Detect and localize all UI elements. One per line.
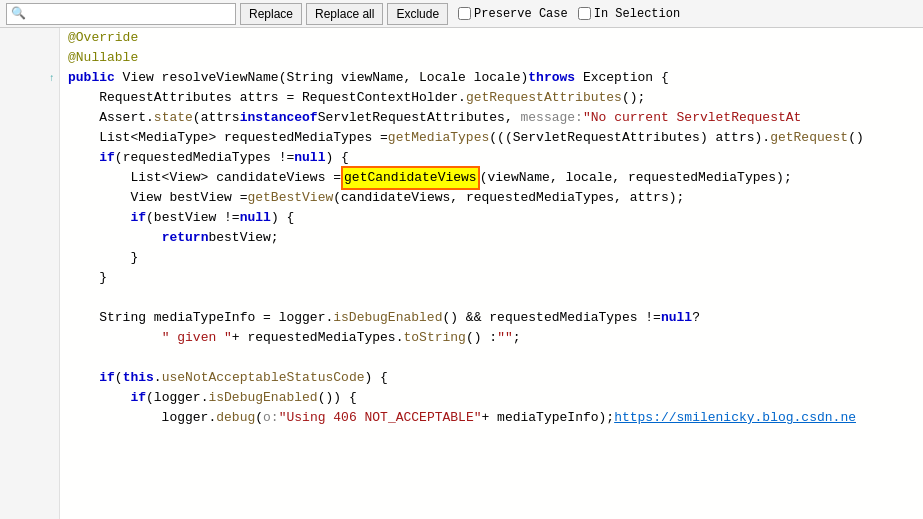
gutter-row [0,428,59,448]
code-line: return bestView; [68,228,923,248]
code-token: View resolveViewName(String viewName, Lo… [115,68,528,88]
code-token: bestView; [208,228,278,248]
gutter-row [0,248,59,268]
code-token: (viewName, locale, requestedMediaTypes); [480,168,792,188]
gutter-row [0,208,59,228]
code-token [68,388,130,408]
code-token: (((ServletRequestAttributes) attrs). [489,128,770,148]
code-line: } [68,268,923,288]
code-token: String mediaTypeInfo = logger. [68,308,333,328]
code-token: List<View> candidateViews = [68,168,341,188]
code-line [68,348,923,368]
code-token: List<MediaType> requestedMediaTypes = [68,128,388,148]
code-token: } [68,268,107,288]
code-line: } [68,248,923,268]
code-token: + mediaTypeInfo); [482,408,615,428]
gutter-row [0,108,59,128]
code-token: () && requestedMediaTypes != [442,308,660,328]
code-line: if (logger.isDebugEnabled()) { [68,388,923,408]
code-token: @Nullable [68,48,138,68]
code-token: Assert. [68,108,154,128]
code-token: message: [521,108,583,128]
code-line: if (requestedMediaTypes != null) { [68,148,923,168]
gutter-row [0,148,59,168]
code-token: " given " [162,328,232,348]
search-input[interactable] [29,6,229,21]
code-token: this [123,368,154,388]
find-replace-toolbar: 🔍 Replace Replace all Exclude Preserve C… [0,0,923,28]
preserve-case-checkbox[interactable] [458,7,471,20]
gutter-row [0,268,59,288]
code-token: toString [403,328,465,348]
code-token: } [68,248,138,268]
gutter-row [0,228,59,248]
code-content[interactable]: @Override @Nullable public View resolveV… [60,28,923,519]
code-token: (logger. [146,388,208,408]
code-token: () : [466,328,497,348]
code-token: isDebugEnabled [333,308,442,328]
code-token: isDebugEnabled [208,388,317,408]
code-line: " given " + requestedMediaTypes.toString… [68,328,923,348]
exclude-button[interactable]: Exclude [387,3,448,25]
in-selection-label: In Selection [594,7,680,21]
code-token [68,208,130,228]
code-token [68,228,162,248]
code-token: . [154,368,162,388]
gutter-row [0,368,59,388]
code-token: getMediaTypes [388,128,489,148]
code-line: String mediaTypeInfo = logger.isDebugEna… [68,308,923,328]
code-token: "" [497,328,513,348]
code-token: null [661,308,692,328]
code-token: ; [513,328,521,348]
code-token: @Override [68,28,138,48]
code-line: @Nullable [68,48,923,68]
code-token: getBestView [247,188,333,208]
code-token: debug [216,408,255,428]
replace-button[interactable]: Replace [240,3,302,25]
match-highlight: getCandidateViews [341,166,480,190]
replace-all-button[interactable]: Replace all [306,3,383,25]
code-token: ( [255,408,263,428]
code-token: (); [622,88,645,108]
up-arrow-icon: ↑ [49,73,55,84]
code-line: View bestView = getBestView(candidateVie… [68,188,923,208]
gutter-row [0,288,59,308]
code-token: instanceof [240,108,318,128]
code-line: @Override [68,28,923,48]
code-line [68,288,923,308]
gutter-row [0,188,59,208]
code-token: if [99,148,115,168]
gutter-row [0,468,59,488]
preserve-case-group: Preserve Case [458,7,568,21]
code-token [68,148,99,168]
line-number-gutter: ↑ [0,28,60,519]
code-token: + requestedMediaTypes. [232,328,404,348]
gutter-row [0,28,59,48]
code-line: List<View> candidateViews = getCandidate… [68,168,923,188]
code-editor-area: ↑ @Override @Nullable public [0,28,923,519]
code-token: () [848,128,864,148]
search-icon: 🔍 [11,6,26,21]
code-token: ) { [271,208,294,228]
url-link[interactable]: https://smilenicky.blog.csdn.ne [614,408,856,428]
gutter-row [0,88,59,108]
preserve-case-label: Preserve Case [474,7,568,21]
gutter-row [0,408,59,428]
gutter-row [0,48,59,68]
gutter-row: ↑ [0,68,59,88]
code-line: logger.debug( o: "Using 406 NOT_ACCEPTAB… [68,408,923,428]
code-line: Assert.state(attrs instanceof ServletReq… [68,108,923,128]
code-line: public View resolveViewName(String viewN… [68,68,923,88]
code-token: getRequestAttributes [466,88,622,108]
code-token: o: [263,408,279,428]
in-selection-checkbox[interactable] [578,7,591,20]
gutter-row [0,308,59,328]
code-token: ) { [325,148,348,168]
search-input-wrapper[interactable]: 🔍 [6,3,236,25]
gutter-row [0,128,59,148]
code-token: state [154,108,193,128]
gutter-row [0,168,59,188]
code-line: List<MediaType> requestedMediaTypes = ge… [68,128,923,148]
code-token [68,368,99,388]
code-token: null [240,208,271,228]
